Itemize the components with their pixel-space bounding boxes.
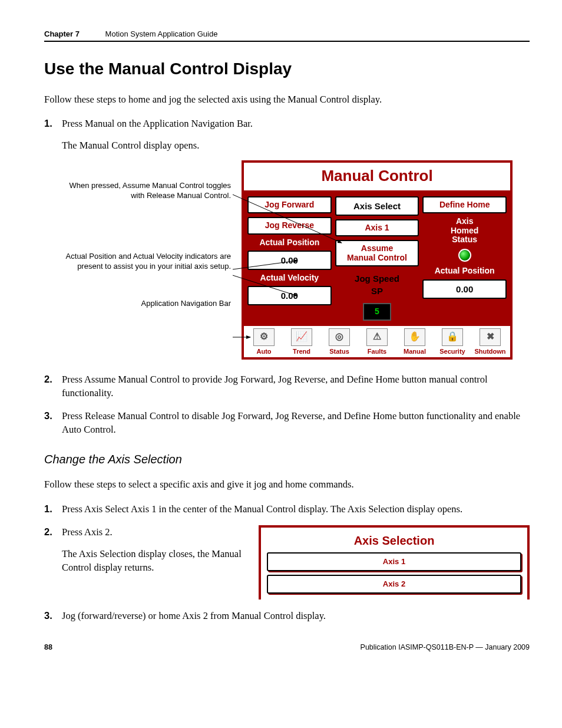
step-1-sub: The Manual Control display opens. <box>62 139 530 152</box>
page-number: 88 <box>44 643 52 651</box>
jog-reverse-button[interactable]: Jog Reverse <box>247 217 332 234</box>
assume-manual-control-button[interactable]: Assume Manual Control <box>335 240 419 266</box>
callout-1: When pressed, Assume Manual Control togg… <box>62 181 231 240</box>
actual-position-value: 0.00 <box>247 251 332 270</box>
intro2-text: Follow these steps to select a specific … <box>44 478 530 491</box>
hand-icon: ✋ <box>404 328 425 346</box>
nav-trend[interactable]: 📈Trend <box>283 328 320 356</box>
subheading-change-axis: Change the Axis Selection <box>44 453 530 466</box>
nav-security[interactable]: 🔒Security <box>434 328 471 356</box>
nav-shutdown[interactable]: ✖Shutdown <box>471 328 509 356</box>
axis-select-label: Axis Select <box>335 196 419 216</box>
define-home-button[interactable]: Define Home <box>422 196 507 213</box>
callout-3: Application Navigation Bar <box>62 299 231 308</box>
axis-select-button[interactable]: Axis 1 <box>335 219 419 236</box>
step-1: Press Manual on the Application Navigati… <box>44 117 530 360</box>
page-footer: 88 Publication IASIMP-QS011B-EN-P — Janu… <box>44 643 530 651</box>
axis-selection-title: Axis Selection <box>267 532 521 549</box>
led-indicator <box>422 248 507 263</box>
status-icon: ◎ <box>329 328 350 346</box>
hmi-title: Manual Control <box>244 163 510 192</box>
page-title: Use the Manual Control Display <box>44 60 530 78</box>
chart-icon: 📈 <box>291 328 312 346</box>
actual-velocity-label: Actual Velocity <box>247 274 332 282</box>
running-header: Chapter 7 Motion System Application Guid… <box>44 29 530 42</box>
gear-icon: ⚙ <box>253 328 275 346</box>
b-step-2: Press Axis 2. The Axis Selection display… <box>44 525 530 599</box>
axis-2-button[interactable]: Axis 2 <box>267 575 521 594</box>
hmi-mid-column: Axis Select Axis 1 Assume Manual Control… <box>335 196 419 321</box>
right-actual-position-value: 0.00 <box>422 279 507 299</box>
axis-1-button[interactable]: Axis 1 <box>267 552 521 571</box>
hmi-panel: Manual Control Jog Forward Jog Reverse A… <box>242 160 513 360</box>
x-icon: ✖ <box>480 328 501 346</box>
publication-info: Publication IASIMP-QS011B-EN-P — January… <box>361 643 530 651</box>
nav-manual[interactable]: ✋Manual <box>396 328 434 356</box>
nav-status[interactable]: ◎Status <box>320 328 358 356</box>
nav-auto[interactable]: ⚙Auto <box>245 328 283 356</box>
b-step-3: Jog (forward/reverse) or home Axis 2 fro… <box>44 609 530 622</box>
right-actual-position-label: Actual Position <box>422 266 507 275</box>
jog-speed-label: Jog Speed SP <box>335 270 419 299</box>
chapter-title: Motion System Application Guide <box>105 29 218 38</box>
led-green-icon <box>458 249 471 262</box>
jog-forward-button[interactable]: Jog Forward <box>247 196 332 213</box>
b-step-1: Press Axis Select Axis 1 in the center o… <box>44 502 530 516</box>
jog-speed-value[interactable]: 5 <box>363 303 391 321</box>
axis-homed-status-label: Axis Homed Status <box>422 217 507 244</box>
intro-text: Follow these steps to home and jog the s… <box>44 93 530 106</box>
figure-callouts: When pressed, Assume Manual Control togg… <box>62 160 242 320</box>
warning-icon: ⚠ <box>366 328 388 346</box>
step-3: Press Release Manual Control to disable … <box>44 409 530 436</box>
chapter-label: Chapter 7 <box>44 29 80 38</box>
callout-2: Actual Position and Actual Velocity indi… <box>62 252 231 287</box>
actual-position-label: Actual Position <box>247 238 332 247</box>
step-2: Press Assume Manual Control to provide J… <box>44 373 530 400</box>
lock-icon: 🔒 <box>442 328 463 346</box>
axis-selection-panel: Axis Selection Axis 1 Axis 2 <box>259 525 530 599</box>
hmi-left-column: Jog Forward Jog Reverse Actual Position … <box>247 196 332 321</box>
nav-faults[interactable]: ⚠Faults <box>358 328 396 356</box>
hmi-right-column: Define Home Axis Homed Status Actual Pos… <box>422 196 507 321</box>
actual-velocity-value: 0.00 <box>247 286 332 305</box>
application-navigation-bar: ⚙Auto 📈Trend ◎Status ⚠Faults ✋Manual 🔒Se… <box>244 324 510 357</box>
b-step-2-sub: The Axis Selection display closes, the M… <box>62 547 248 574</box>
